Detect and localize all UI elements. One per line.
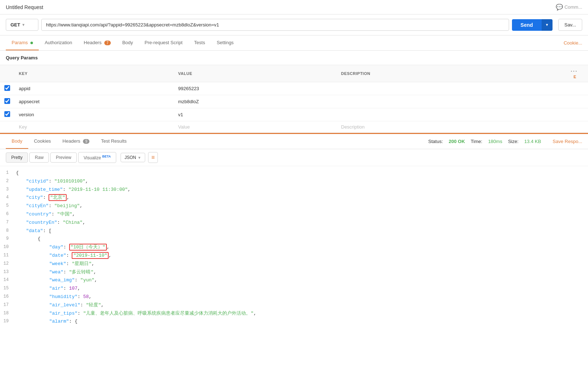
- json-content: "air_tips": "儿童、老年人及心脏病、呼吸系统疾病患者应尽量减少体力消…: [14, 310, 588, 318]
- view-visualize-button[interactable]: Visualize BETA: [78, 152, 116, 163]
- json-line: 1 {: [0, 169, 588, 177]
- row2-key[interactable]: appsecret: [14, 95, 174, 108]
- tab-authorization[interactable]: Authorization: [39, 35, 78, 50]
- row1-check-cell[interactable]: [0, 82, 14, 95]
- row4-value-placeholder[interactable]: Value: [174, 121, 337, 133]
- json-line: 5 "cityEn": "beijing",: [0, 202, 588, 210]
- line-number: 10: [0, 244, 14, 251]
- col-header-key: KEY: [14, 65, 174, 82]
- tab-params[interactable]: Params: [6, 35, 39, 50]
- tab-tests[interactable]: Tests: [188, 35, 211, 50]
- wrap-icon: ≡: [151, 154, 155, 160]
- json-content: "countryEn": "China",: [14, 219, 588, 227]
- row3-desc[interactable]: [337, 108, 566, 121]
- json-content: "country": "中国",: [14, 211, 588, 218]
- row2-actions: [566, 95, 588, 108]
- method-select[interactable]: GET ▼: [6, 19, 38, 31]
- row3-actions: [566, 108, 588, 121]
- line-number: 4: [0, 194, 14, 202]
- json-content: "air_level": "轻度",: [14, 302, 588, 309]
- row2-check-cell[interactable]: [0, 95, 14, 108]
- table-row: appsecret mzb8dloZ: [0, 95, 588, 108]
- line-number: 3: [0, 186, 14, 194]
- line-number: 15: [0, 285, 14, 293]
- table-row-placeholder: Key Value Description: [0, 121, 588, 133]
- json-line: 14 "wea_img": "yun",: [0, 276, 588, 285]
- resp-tab-headers[interactable]: Headers 9: [57, 134, 95, 149]
- line-number: 13: [0, 269, 14, 276]
- line-number: 12: [0, 260, 14, 268]
- json-viewer: 1 { 2 "cityid": "101010100", 3 "update_t…: [0, 166, 588, 329]
- json-line: 18 "air_tips": "儿童、老年人及心脏病、呼吸系统疾病患者应尽量减少…: [0, 310, 588, 318]
- header: Untitled Request 💬 Comm...: [0, 0, 588, 14]
- resp-headers-badge: 9: [83, 139, 89, 144]
- tab-settings[interactable]: Settings: [211, 35, 239, 50]
- wrap-button[interactable]: ≡: [148, 152, 158, 163]
- method-label: GET: [10, 22, 20, 28]
- send-button[interactable]: Send: [512, 19, 542, 31]
- tab-body[interactable]: Body: [117, 35, 139, 50]
- row4-actions: [566, 121, 588, 133]
- format-select[interactable]: JSON ▼: [121, 153, 145, 162]
- json-content: "humidity": 58,: [14, 293, 588, 301]
- json-content: "cityEn": "beijing",: [14, 202, 588, 210]
- line-number: 19: [0, 318, 14, 326]
- view-pretty-button[interactable]: Pretty: [6, 152, 28, 163]
- row3-check-cell[interactable]: [0, 108, 14, 121]
- row2-desc[interactable]: [337, 95, 566, 108]
- table-row: appid 99265223: [0, 82, 588, 95]
- row4-desc-placeholder[interactable]: Description: [337, 121, 566, 133]
- json-content: "date": "2019-11-10",: [14, 252, 588, 260]
- tab-prerequest[interactable]: Pre-request Script: [139, 35, 188, 50]
- resp-tab-body[interactable]: Body: [6, 134, 28, 149]
- line-number: 18: [0, 310, 14, 318]
- col-header-value: VALUE: [174, 65, 337, 82]
- json-content: {: [14, 169, 588, 177]
- save-button[interactable]: Sav...: [558, 19, 582, 31]
- view-preview-button[interactable]: Preview: [50, 152, 77, 163]
- json-content: "wea": "多云转晴",: [14, 269, 588, 276]
- row4-key-placeholder[interactable]: Key: [14, 121, 174, 133]
- comment-area[interactable]: 💬 Comm...: [556, 4, 582, 11]
- row1-value[interactable]: 99265223: [174, 82, 337, 95]
- row2-checkbox[interactable]: [4, 98, 10, 104]
- status-code: 200 OK: [449, 139, 465, 144]
- save-response-button[interactable]: Save Respo...: [553, 139, 582, 144]
- resp-tab-test-results[interactable]: Test Results: [95, 134, 133, 149]
- row1-checkbox[interactable]: [4, 85, 10, 91]
- row3-key[interactable]: version: [14, 108, 174, 121]
- line-number: 16: [0, 293, 14, 301]
- json-line: 19 "alarm": {: [0, 318, 588, 326]
- view-raw-button[interactable]: Raw: [29, 152, 49, 163]
- json-content: "data": [: [14, 227, 588, 235]
- tab-cookies[interactable]: Cookie...: [564, 36, 582, 50]
- col-header-actions: ··· E: [566, 65, 588, 82]
- params-table-header-row: KEY VALUE DESCRIPTION ··· E: [0, 65, 588, 82]
- response-size: 13.4 KB: [524, 139, 541, 144]
- resp-tab-cookies[interactable]: Cookies: [28, 134, 57, 149]
- response-status: Status: 200 OK Time: 180ms Size: 13.4 KB…: [428, 139, 582, 144]
- send-dropdown-button[interactable]: ▼: [542, 19, 553, 31]
- line-number: 1: [0, 169, 14, 177]
- line-number: 14: [0, 277, 14, 284]
- row3-checkbox[interactable]: [4, 111, 10, 117]
- json-content: "week": "星期日",: [14, 260, 588, 268]
- row1-desc[interactable]: [337, 82, 566, 95]
- row1-actions: [566, 82, 588, 95]
- bulk-edit-icon[interactable]: E: [574, 75, 576, 79]
- status-label: Status:: [428, 139, 443, 144]
- json-line: 6 "country": "中国",: [0, 210, 588, 219]
- request-title: Untitled Request: [6, 4, 43, 10]
- line-number: 9: [0, 235, 14, 243]
- row1-key[interactable]: appid: [14, 82, 174, 95]
- more-actions-icon[interactable]: ···: [571, 68, 578, 74]
- url-input[interactable]: [41, 19, 509, 31]
- row2-value[interactable]: mzb8dloZ: [174, 95, 337, 108]
- col-header-check: [0, 65, 14, 82]
- json-line: 16 "humidity": 58,: [0, 293, 588, 301]
- json-content: "wea_img": "yun",: [14, 277, 588, 284]
- beta-badge: BETA: [102, 155, 111, 158]
- row3-value[interactable]: v1: [174, 108, 337, 121]
- json-line: 13 "wea": "多云转晴",: [0, 268, 588, 277]
- tab-headers[interactable]: Headers 7: [78, 35, 116, 50]
